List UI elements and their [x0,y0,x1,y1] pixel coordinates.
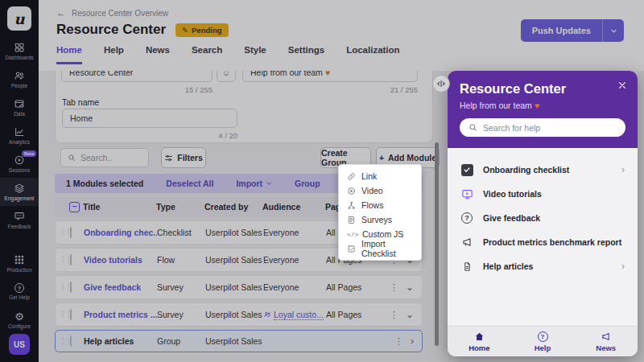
menu-item-flows[interactable]: Flows [339,198,421,212]
heart-emoji: ♥ [535,101,539,110]
preview-nav-help[interactable]: ? Help [511,327,575,356]
segment-people-icon [263,311,271,319]
filters-button[interactable]: Filters [161,147,206,168]
add-module-menu: Link Video Flows Surveys </> Custom JS I… [338,164,422,261]
tab-name-label: Tab name [62,97,99,107]
surveys-icon [347,216,356,224]
row-checkbox[interactable] [70,254,72,265]
preview-item-help-articles[interactable]: Help articles › [460,254,625,278]
audience-segment-link[interactable]: Loyal custo... [274,310,324,320]
question-icon: ? [461,212,473,224]
help-icon: ? [14,283,24,293]
sidebar-item-configure[interactable]: ⚙ Configure [0,306,39,334]
chevron-down-icon[interactable]: ⌄ [406,310,414,319]
tab-search[interactable]: Search [192,45,222,64]
sidebar-item-feedback[interactable]: Feedback [0,206,39,234]
tab-help[interactable]: Help [104,45,124,64]
row-checkbox[interactable] [70,335,72,347]
row-menu-icon[interactable]: ⋮ [390,310,398,320]
tab-bar: Home Help News Search Style Settings Loc… [56,45,400,64]
search-icon [68,154,76,162]
row-menu-icon[interactable]: ⋮ [394,336,403,347]
code-icon: </> [347,231,357,238]
back-arrow-icon[interactable]: ← [56,7,66,19]
table-row-selected[interactable]: ⋮⋮ Help articles Group Userpilot Sales ⋮… [55,330,423,352]
megaphone-icon [460,237,473,248]
preview-bottom-nav: Home ? Help News [448,326,638,356]
preview-item-give-feedback[interactable]: ? Give feedback [460,206,625,230]
breadcrumb-back[interactable]: ← Resource Center Overview [56,7,168,19]
row-checkbox[interactable] [70,227,72,238]
beta-badge: Beta [22,150,36,157]
userpilot-logo[interactable]: u [7,6,31,31]
preview-item-product-metrics[interactable]: Product metrics benchmark report [460,230,625,254]
close-icon[interactable] [617,80,627,90]
row-checkbox[interactable] [70,309,72,320]
table-row[interactable]: ⋮⋮ Give feedback Survey Userpilot Sales … [55,275,423,299]
chevron-down-icon[interactable]: ⌄ [406,282,414,292]
drag-handle-icon[interactable]: ⋮⋮ [60,257,70,263]
video-monitor-icon [460,188,473,200]
module-search-input[interactable]: Search.. [60,148,149,167]
row-menu-icon[interactable]: ⋮ [390,282,398,293]
back-label: Resource Center Overview [72,9,168,18]
sidebar-item-get-help[interactable]: ? Get Help [0,278,39,306]
preview-item-video-tutorials[interactable]: Video tutorials [460,182,625,206]
push-updates-caret-button[interactable] [602,19,624,42]
plus-icon: + [379,153,384,162]
people-icon [14,70,25,81]
group-link[interactable]: Group [295,179,320,188]
preview-item-onboarding-checklist[interactable]: Onboarding checklist › [460,158,625,182]
menu-item-video[interactable]: Video [339,183,421,198]
drag-handle-icon[interactable]: ⋮⋮ [60,229,70,236]
sidebar-item-people[interactable]: People [0,65,39,93]
row-checkbox[interactable] [70,282,72,293]
chevron-right-icon[interactable]: › [411,336,414,346]
preview-nav-news[interactable]: News [574,327,638,356]
preview-header: Resource Center Help from our team♥ Sear… [448,71,638,148]
user-avatar[interactable]: US [9,334,30,355]
preview-move-handle[interactable] [432,75,450,93]
preview-search-input[interactable]: Search for help [460,118,625,137]
sidebar-item-engagement[interactable]: Engagement [0,178,39,206]
chevron-right-icon: › [621,261,625,272]
table-row[interactable]: ⋮⋮ Product metrics ... Survey Userpilot … [55,302,423,327]
chevron-down-icon [266,180,272,187]
sidebar-item-analytics[interactable]: Analytics [0,121,39,150]
preview-nav-home[interactable]: Home [448,327,511,356]
status-badge: ✎ Pending [175,23,228,37]
sidebar-item-data[interactable]: Data [0,93,39,121]
tab-name-counter: 4 / 20 [62,131,237,140]
deselect-all-link[interactable]: Deselect All [166,179,213,188]
menu-item-surveys[interactable]: Surveys [339,212,421,227]
chevron-down-icon [610,27,617,35]
sidebar-item-sessions[interactable]: Beta Sessions [0,150,39,178]
sidebar-item-production[interactable]: Production [0,249,39,278]
subtitle-input[interactable]: Help from our team♥ [242,71,418,82]
check-square-icon [347,245,356,253]
feedback-icon [14,211,25,222]
subtitle-char-counter: 21 / 255 [242,85,418,94]
dashboards-icon [14,42,25,53]
resource-center-name-input[interactable]: Resource Center [61,71,213,82]
push-updates-button[interactable]: Push Updates [521,19,602,42]
sidebar-item-dashboards[interactable]: Dashboards [0,37,39,65]
import-link[interactable]: Import [236,179,272,188]
flows-icon [347,201,356,210]
settings-card: Resource Center ☺ Help from our team♥ 15… [55,71,433,143]
vertical-scrollbar[interactable] [435,142,439,346]
tab-name-input[interactable]: Home [62,109,237,128]
tab-settings[interactable]: Settings [288,45,324,64]
page-header: ← Resource Center Overview Resource Cent… [39,0,644,71]
menu-item-import-checklist[interactable]: Import Checklist [339,241,421,256]
tab-home[interactable]: Home [56,45,82,64]
emoji-picker-button[interactable]: ☺ [217,71,236,82]
tab-style[interactable]: Style [244,45,266,64]
drag-handle-icon[interactable]: ⋮⋮ [60,311,70,318]
tab-news[interactable]: News [146,45,170,64]
menu-item-link[interactable]: Link [339,169,421,183]
drag-handle-icon[interactable]: ⋮⋮ [60,338,70,344]
tab-localization[interactable]: Localization [346,45,399,64]
select-all-checkbox[interactable]: – [69,202,80,212]
drag-handle-icon[interactable]: ⋮⋮ [60,284,70,290]
